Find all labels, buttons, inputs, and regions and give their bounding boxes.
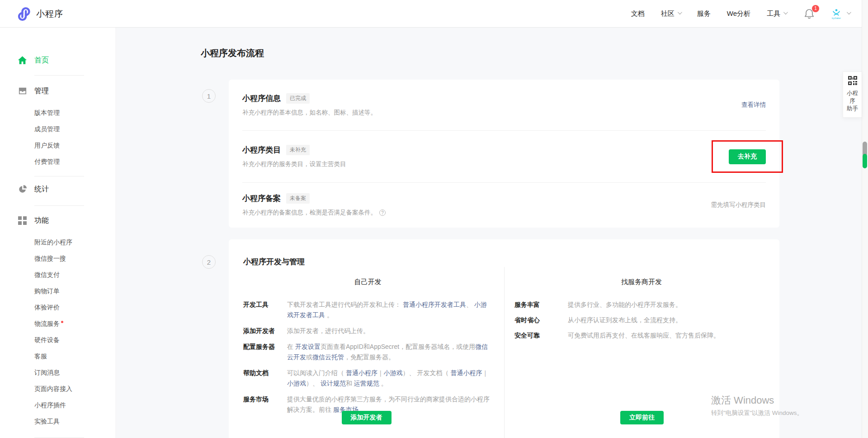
- page-title: 小程序发布流程: [201, 47, 264, 59]
- tray-icon: [18, 86, 27, 96]
- sidebar: 首页 管理 版本管理 成员管理 用户反馈 付费管理 统计 功能 附近的: [0, 28, 116, 438]
- row-content: 下载开发者工具进行代码的开发和上传： 普通小程序开发者工具、 小游戏开发者工具 …: [287, 300, 492, 320]
- nav-item-community[interactable]: 社区: [661, 10, 681, 18]
- step-1-card: 小程序信息 已完成 补充小程序的基本信息，如名称、图标、描述等。 查看详情 小程…: [229, 80, 779, 228]
- sidebar-item-experimental-tools[interactable]: 实验工具: [0, 414, 116, 430]
- inline-link[interactable]: 小游戏: [287, 380, 306, 387]
- sidebar-item-home[interactable]: 首页: [0, 52, 116, 68]
- dev-tools-row: 开发工具 下载开发者工具进行代码的开发和上传： 普通小程序开发者工具、 小游戏开…: [243, 300, 492, 320]
- step-1-number: 1: [202, 89, 216, 103]
- sidebar-item-miniprogram-plugins[interactable]: 小程序插件: [0, 397, 116, 414]
- sidebar-item-shopping-orders[interactable]: 购物订单: [0, 283, 116, 300]
- sidebar-item-hardware-devices[interactable]: 硬件设备: [0, 332, 116, 348]
- sidebar-item-wechat-search[interactable]: 微信搜一搜: [0, 251, 116, 267]
- status-badge: 已完成: [286, 93, 310, 104]
- account-menu[interactable]: kychaker: [829, 7, 850, 21]
- vertical-scrollbar[interactable]: [862, 0, 868, 438]
- row-content: 可免费试用后再支付、在线客服响应、官方售后保障。: [568, 330, 720, 341]
- row-content: 在 开发设置页面查看AppID和AppSecret，配置服务器域名，或使用微信云…: [287, 342, 492, 362]
- sidebar-item-label: 小程序插件: [34, 401, 66, 409]
- nav-item-service[interactable]: 服务: [697, 10, 711, 18]
- section-label: 管理: [34, 86, 49, 96]
- section-label: 功能: [34, 216, 49, 225]
- sidebar-item-subscription-messages[interactable]: 订阅消息: [0, 365, 116, 381]
- miniprogram-category-row: 小程序类目 未补充 补充小程序的服务类目，设置主营类目 去补充: [242, 130, 766, 182]
- sidebar-item-label: 用户反馈: [34, 142, 60, 150]
- save-time-row: 省时省心 从小程序认证到发布上线，全流程支持。: [514, 315, 769, 325]
- chevron-down-icon: [783, 10, 788, 14]
- sidebar-section-features[interactable]: 功能: [0, 212, 116, 229]
- inline-link[interactable]: 普通小程序开发者工具: [403, 301, 466, 308]
- add-developer-row: 添加开发者 添加开发者，进行代码上传。: [243, 326, 492, 336]
- sidebar-item-version-management[interactable]: 版本管理: [0, 105, 116, 121]
- inline-link[interactable]: 普通小程序: [450, 369, 482, 376]
- avatar-caption: kychaker: [832, 17, 841, 19]
- row-content: 提供多行业、多功能的小程序开发服务。: [568, 300, 682, 310]
- sidebar-item-user-feedback[interactable]: 用户反馈: [0, 138, 116, 154]
- nav-item-docs[interactable]: 文档: [631, 10, 645, 18]
- view-details-link[interactable]: 查看详情: [741, 101, 766, 109]
- inline-link[interactable]: 小游戏: [384, 369, 403, 376]
- sidebar-item-payment-management[interactable]: 付费管理: [0, 154, 116, 170]
- main-content: 小程序发布流程 1 小程序信息 已完成 补充小程序的基本信息，如名称、图标、描述…: [117, 28, 868, 438]
- row-content: 从小程序认证到发布上线，全流程支持。: [568, 315, 682, 325]
- home-icon: [18, 56, 27, 65]
- vendor-develop-header: 找服务商开发: [514, 278, 769, 286]
- notification-bell-button[interactable]: 1: [804, 8, 816, 20]
- status-badge: 未补充: [286, 145, 310, 155]
- self-develop-column: 自己开发 开发工具 下载开发者工具进行代码的开发和上传： 普通小程序开发者工具、…: [229, 267, 504, 438]
- inline-link[interactable]: 开发设置: [295, 343, 321, 350]
- sidebar-divider: [34, 75, 84, 76]
- vendor-develop-column: 找服务商开发 服务丰富 提供多行业、多功能的小程序开发服务。 省时省心 从小程序…: [504, 267, 779, 438]
- pie-chart-icon: [18, 185, 27, 194]
- inline-link[interactable]: 运营规范: [354, 380, 379, 387]
- sidebar-item-page-content-access[interactable]: 页面内容接入: [0, 381, 116, 397]
- row-label: 省时省心: [514, 315, 568, 325]
- sidebar-item-label: 成员管理: [34, 125, 60, 133]
- add-developer-button[interactable]: 添加开发者: [342, 411, 392, 424]
- logo-text: 小程序: [36, 8, 63, 20]
- sidebar-item-customer-service[interactable]: 客服: [0, 348, 116, 365]
- sidebar-item-label: 客服: [34, 352, 47, 361]
- miniprogram-assistant-panel[interactable]: 小程序 助手: [843, 71, 862, 118]
- sidebar-item-logistics-service[interactable]: 物流服务: [0, 316, 116, 332]
- sidebar-item-experience-review[interactable]: 体验评价: [0, 300, 116, 316]
- row-label: 服务丰富: [514, 300, 568, 310]
- row-content: 添加开发者，进行代码上传。: [287, 326, 369, 336]
- qr-code-icon: [848, 76, 857, 85]
- sidebar-divider: [34, 205, 84, 206]
- nav-label: We分析: [727, 10, 750, 18]
- nav-label: 服务: [697, 10, 711, 18]
- sidebar-item-nearby-miniprograms[interactable]: 附近的小程序: [0, 234, 116, 251]
- sidebar-item-label: 物流服务: [34, 320, 60, 328]
- fill-category-button[interactable]: 去补充: [729, 149, 766, 164]
- row-content: 可以阅读入门介绍（ 普通小程序｜小游戏）、 开发文档（ 普通小程序｜小游戏）、 …: [287, 368, 492, 389]
- sidebar-item-label: 体验评价: [34, 304, 60, 312]
- prerequisite-hint: 需先填写小程序类目: [711, 201, 766, 209]
- sidebar-home-label: 首页: [34, 56, 49, 65]
- row-desc: 补充小程序的备案信息，检测是否满足备案条件。: [242, 209, 377, 217]
- app-logo[interactable]: 小程序: [17, 0, 63, 28]
- miniprogram-icp-row: 小程序备案 未备案 补充小程序的备案信息，检测是否满足备案条件。 ? 需先填写小…: [242, 182, 766, 227]
- sidebar-section-statistics[interactable]: 统计: [0, 181, 116, 197]
- sidebar-item-wechat-pay[interactable]: 微信支付: [0, 267, 116, 283]
- nav-item-weanalytics[interactable]: We分析: [727, 10, 750, 18]
- sidebar-item-label: 版本管理: [34, 109, 60, 117]
- scrollbar-thumb-active[interactable]: [863, 154, 867, 168]
- new-badge-dot: [61, 321, 63, 323]
- sidebar-item-label: 付费管理: [34, 158, 60, 166]
- nav-item-tools[interactable]: 工具: [767, 10, 787, 18]
- inline-link[interactable]: 设计规范: [321, 380, 346, 387]
- go-now-button[interactable]: 立即前往: [620, 411, 664, 424]
- help-icon[interactable]: ?: [379, 209, 386, 216]
- sidebar-item-member-management[interactable]: 成员管理: [0, 121, 116, 138]
- sidebar-item-label: 订阅消息: [34, 369, 60, 377]
- inline-link[interactable]: 微信云托管: [312, 353, 344, 361]
- sidebar-item-label: 微信支付: [34, 271, 60, 279]
- sidebar-item-label: 附近的小程序: [34, 238, 72, 247]
- help-docs-row: 帮助文档 可以阅读入门介绍（ 普通小程序｜小游戏）、 开发文档（ 普通小程序｜小…: [243, 368, 492, 389]
- sidebar-section-management[interactable]: 管理: [0, 83, 116, 99]
- row-title: 小程序类目: [242, 145, 281, 155]
- inline-link[interactable]: 普通小程序: [346, 369, 377, 376]
- status-badge: 未备案: [286, 193, 310, 204]
